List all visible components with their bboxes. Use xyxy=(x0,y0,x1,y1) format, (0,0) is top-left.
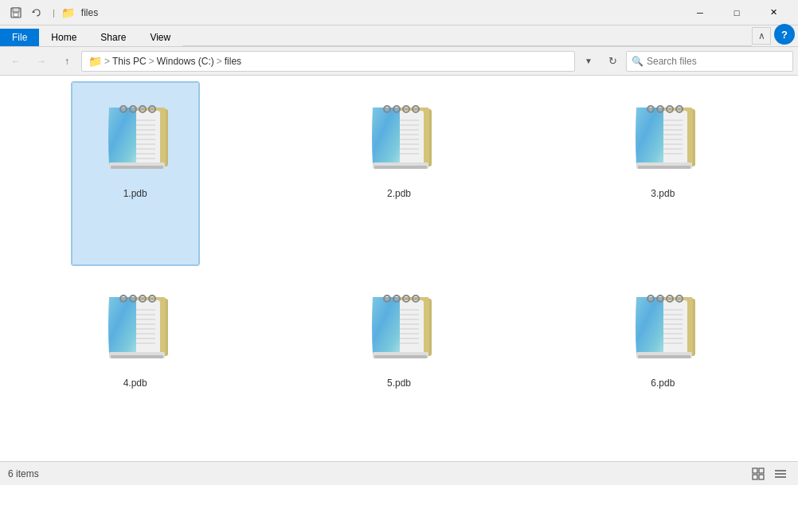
file-name: 2.pdb xyxy=(387,188,411,199)
path-separator-2: > xyxy=(149,56,155,67)
svg-point-63 xyxy=(659,108,662,111)
svg-rect-132 xyxy=(759,468,764,473)
svg-point-126 xyxy=(659,297,662,300)
svg-rect-131 xyxy=(753,468,757,473)
path-drive: Windows (C:) xyxy=(157,56,214,67)
grid-view-button[interactable] xyxy=(749,465,768,483)
list-item[interactable]: 3.pdb xyxy=(599,82,726,265)
address-path[interactable]: 📁 > This PC > Windows (C:) > files xyxy=(81,51,575,72)
svg-rect-130 xyxy=(638,355,690,358)
svg-point-65 xyxy=(678,108,681,111)
svg-point-105 xyxy=(395,297,398,300)
close-button[interactable]: ✕ xyxy=(755,0,792,25)
svg-point-42 xyxy=(395,108,398,111)
ribbon-expand-button[interactable]: ∧ xyxy=(752,27,771,45)
search-input[interactable] xyxy=(647,56,788,67)
svg-point-41 xyxy=(385,108,389,111)
file-grid: 1.pdb xyxy=(0,76,798,461)
svg-point-83 xyxy=(122,297,125,300)
list-item[interactable]: 1.pdb xyxy=(72,82,199,265)
svg-point-127 xyxy=(668,297,671,300)
svg-point-43 xyxy=(405,108,408,111)
svg-rect-67 xyxy=(638,166,690,169)
svg-rect-2 xyxy=(14,13,18,17)
svg-point-64 xyxy=(668,108,671,111)
save-qat-button[interactable] xyxy=(6,3,25,22)
svg-rect-133 xyxy=(753,475,757,479)
svg-point-62 xyxy=(649,108,652,111)
file-icon xyxy=(351,89,447,185)
refresh-button[interactable]: ↻ xyxy=(602,51,623,72)
svg-rect-46 xyxy=(374,166,427,169)
svg-rect-25 xyxy=(111,166,163,169)
up-button[interactable]: ↑ xyxy=(56,51,78,72)
path-separator-3: > xyxy=(217,56,222,67)
list-view-button[interactable] xyxy=(771,465,790,483)
quick-access-toolbar xyxy=(6,3,46,22)
file-icon xyxy=(615,279,710,374)
title-bar-controls: ─ □ ✕ xyxy=(682,0,792,25)
svg-point-86 xyxy=(151,297,154,300)
file-icon xyxy=(615,89,710,185)
tab-view[interactable]: View xyxy=(138,29,182,46)
tab-file[interactable]: File xyxy=(0,29,39,46)
forward-button[interactable]: → xyxy=(30,51,53,72)
undo-qat-button[interactable] xyxy=(27,3,46,22)
file-name: 6.pdb xyxy=(651,377,675,389)
ribbon: File Home Share View ∧ ? xyxy=(0,25,798,47)
svg-point-107 xyxy=(414,297,417,300)
dropdown-button[interactable]: ▼ xyxy=(578,51,599,72)
tab-home[interactable]: Home xyxy=(39,29,88,46)
view-controls xyxy=(749,465,790,483)
svg-point-22 xyxy=(141,108,144,111)
tab-share[interactable]: Share xyxy=(88,29,138,46)
svg-point-128 xyxy=(678,297,681,300)
list-item[interactable]: 2.pdb xyxy=(335,82,463,265)
svg-point-106 xyxy=(405,297,408,300)
file-name: 1.pdb xyxy=(123,188,147,199)
list-item[interactable]: 5.pdb xyxy=(335,272,463,455)
svg-point-23 xyxy=(151,108,154,111)
svg-point-85 xyxy=(141,297,144,300)
svg-point-44 xyxy=(414,108,417,111)
svg-point-125 xyxy=(649,297,652,300)
minimize-button[interactable]: ─ xyxy=(682,0,718,25)
path-separator-1: > xyxy=(104,56,110,67)
svg-rect-88 xyxy=(111,355,163,358)
item-count: 6 items xyxy=(8,468,39,479)
status-bar: 6 items xyxy=(0,461,798,485)
file-icon xyxy=(88,279,183,374)
folder-icon-small: 📁 xyxy=(61,6,75,19)
path-thispc: This PC xyxy=(112,56,147,67)
main-content: 1.pdb xyxy=(0,76,798,461)
help-button[interactable]: ? xyxy=(774,24,795,45)
svg-rect-109 xyxy=(374,355,427,358)
svg-rect-134 xyxy=(759,475,764,479)
svg-point-20 xyxy=(122,108,125,111)
svg-point-104 xyxy=(385,297,389,300)
file-name: 5.pdb xyxy=(387,377,411,389)
maximize-button[interactable]: □ xyxy=(718,0,755,25)
title-bar: | 📁 files ─ □ ✕ xyxy=(0,0,798,25)
svg-rect-1 xyxy=(13,8,19,12)
path-folder: files xyxy=(225,56,241,67)
title-bar-left: | 📁 files xyxy=(6,3,98,22)
list-item[interactable]: 6.pdb xyxy=(599,272,726,455)
file-name: 4.pdb xyxy=(123,377,147,389)
search-box: 🔍 xyxy=(626,51,793,72)
file-icon xyxy=(88,89,183,185)
back-button[interactable]: ← xyxy=(5,51,27,72)
file-icon xyxy=(351,279,447,374)
address-bar: ← → ↑ 📁 > This PC > Windows (C:) > files… xyxy=(0,47,798,76)
svg-point-84 xyxy=(131,297,135,300)
window-title: files xyxy=(81,7,98,18)
search-icon: 🔍 xyxy=(632,56,643,67)
svg-point-21 xyxy=(131,108,135,111)
list-item[interactable]: 4.pdb xyxy=(72,272,199,455)
ribbon-tabs: File Home Share View ∧ ? xyxy=(0,25,798,46)
file-name: 3.pdb xyxy=(651,188,675,199)
